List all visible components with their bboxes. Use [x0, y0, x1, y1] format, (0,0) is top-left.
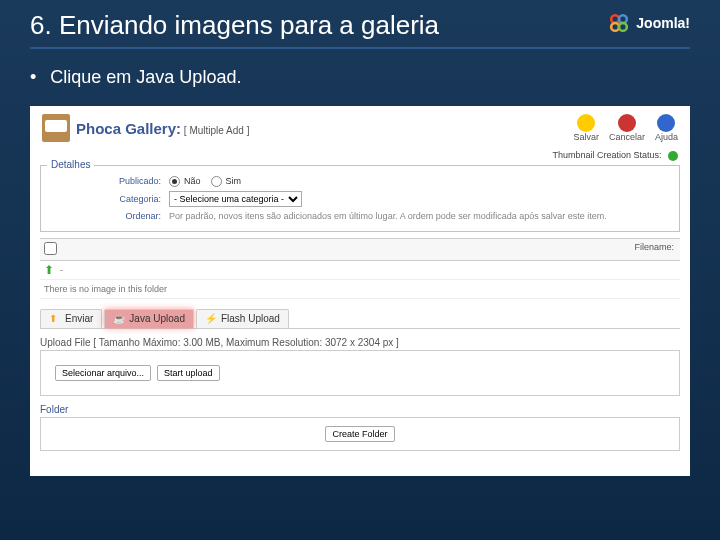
details-fieldset: Detalhes Publicado: Não Sim Categoria: -… — [40, 165, 680, 232]
empty-text: There is no image in this folder — [40, 282, 171, 296]
upload-box: Selecionar arquivo... Start upload — [40, 350, 680, 396]
list-up-row[interactable]: ⬆ - — [40, 261, 680, 280]
tab-flash-label: Flash Upload — [221, 313, 280, 324]
slide-bullet: Clique em Java Upload. — [30, 67, 690, 88]
flash-icon: ⚡ — [205, 313, 217, 325]
tab-send[interactable]: ⬆ Enviar — [40, 309, 102, 328]
status-dot-icon — [668, 151, 678, 161]
details-legend: Detalhes — [47, 159, 94, 170]
create-folder-button[interactable]: Create Folder — [325, 426, 394, 442]
published-yes-radio[interactable]: Sim — [211, 176, 242, 187]
filename-header: Filename: — [60, 239, 680, 260]
list-empty-row: There is no image in this folder — [40, 280, 680, 299]
app-title: Phoca Gallery: — [76, 120, 181, 137]
tab-java-label: Java Upload — [129, 313, 185, 324]
start-upload-button[interactable]: Start upload — [157, 365, 220, 381]
up-label: - — [60, 265, 63, 275]
order-hint: Por padrão, novos itens são adicionados … — [169, 211, 607, 221]
joomla-icon — [606, 10, 632, 36]
cancel-button[interactable]: Cancelar — [609, 114, 645, 142]
tab-flash-upload[interactable]: ⚡ Flash Upload — [196, 309, 289, 328]
radio-icon — [211, 176, 222, 187]
help-label: Ajuda — [655, 132, 678, 142]
help-button[interactable]: Ajuda — [655, 114, 678, 142]
category-label: Categoria: — [49, 194, 169, 204]
save-icon — [577, 114, 595, 132]
upload-arrow-icon: ⬆ — [49, 313, 61, 325]
phoca-gallery-icon — [42, 114, 70, 142]
published-no-text: Não — [184, 176, 201, 186]
published-label: Publicado: — [49, 176, 169, 186]
save-label: Salvar — [573, 132, 599, 142]
tab-send-label: Enviar — [65, 313, 93, 324]
tab-java-upload[interactable]: ☕ Java Upload — [104, 309, 194, 328]
published-yes-text: Sim — [226, 176, 242, 186]
select-all-checkbox[interactable] — [44, 242, 57, 255]
thumb-status-row: Thumbnail Creation Status: — [34, 146, 686, 163]
embedded-screenshot: Phoca Gallery: [ Multiple Add ] Salvar C… — [30, 106, 690, 476]
thumb-status-label: Thumbnail Creation Status: — [552, 150, 661, 160]
choose-file-button[interactable]: Selecionar arquivo... — [55, 365, 151, 381]
app-subtitle: [ Multiple Add ] — [184, 125, 250, 136]
joomla-logo: Joomla! — [606, 10, 690, 36]
upload-tabs: ⬆ Enviar ☕ Java Upload ⚡ Flash Upload — [40, 309, 680, 329]
save-button[interactable]: Salvar — [573, 114, 599, 142]
radio-icon — [169, 176, 180, 187]
upload-limits: Upload File [ Tamanho Máximo: 3.00 MB, M… — [40, 337, 680, 348]
list-header: Filename: — [40, 238, 680, 261]
logo-text: Joomla! — [636, 15, 690, 31]
java-icon: ☕ — [113, 313, 125, 325]
cancel-icon — [618, 114, 636, 132]
folder-legend: Folder — [40, 404, 680, 415]
category-select[interactable]: - Selecione uma categoria - — [169, 191, 302, 207]
order-label: Ordenar: — [49, 211, 169, 221]
folder-box: Create Folder — [40, 417, 680, 451]
slide-title: 6. Enviando imagens para a galeria — [30, 10, 439, 41]
up-folder-icon: ⬆ — [44, 263, 54, 277]
svg-point-3 — [619, 23, 627, 31]
help-icon — [657, 114, 675, 132]
slide-header: 6. Enviando imagens para a galeria Jooml… — [30, 10, 690, 49]
published-no-radio[interactable]: Não — [169, 176, 201, 187]
checkbox-header[interactable] — [40, 239, 60, 260]
cancel-label: Cancelar — [609, 132, 645, 142]
